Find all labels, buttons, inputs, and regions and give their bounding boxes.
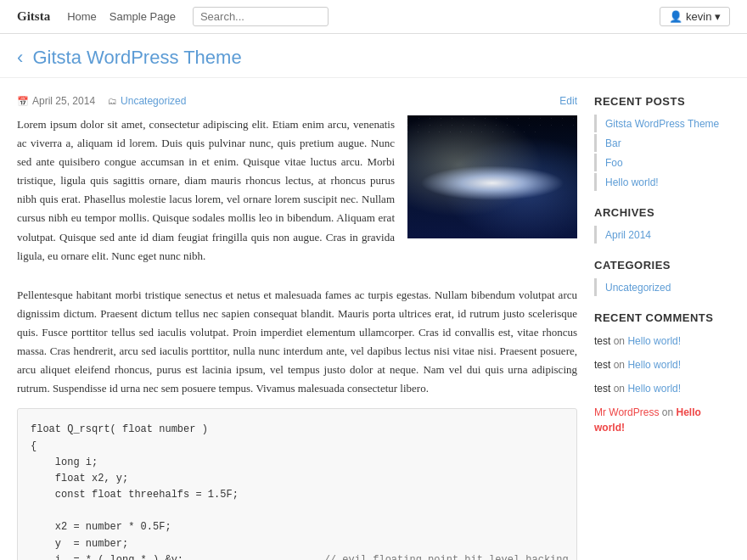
user-menu-button[interactable]: 👤 kevin ▾	[660, 7, 730, 26]
list-item: April 2014	[594, 226, 730, 244]
list-item: Foo	[594, 154, 730, 171]
intro-paragraph: Lorem ipsum dolor sit amet, consectetur …	[17, 115, 395, 266]
user-label: kevin	[686, 10, 711, 23]
code-line-5	[31, 503, 564, 519]
comment-post-link-1[interactable]: Hello world!	[627, 359, 681, 371]
category-link-0[interactable]: Uncategorized	[605, 282, 671, 294]
site-wrapper: ‹ Gitsta WordPress Theme 📅 April 25, 201…	[0, 34, 747, 560]
navbar-brand[interactable]: Gitsta	[17, 9, 50, 24]
on-text-0: on	[614, 335, 628, 347]
code-line-1: {	[31, 439, 564, 455]
sidebar-categories: CATEGORIES Uncategorized	[594, 259, 730, 296]
code-line-8: i = * ( long * ) &y; // evil floating po…	[31, 552, 564, 560]
comments-heading: RECENT COMMENTS	[594, 311, 730, 324]
post-meta-left: 📅 April 25, 2014 🗂 Uncategorized	[17, 95, 186, 107]
navbar: Gitsta Home Sample Page 👤 kevin ▾	[0, 0, 747, 34]
site-title: ‹ Gitsta WordPress Theme	[17, 47, 730, 69]
list-item: Uncategorized	[594, 278, 730, 296]
post-category: 🗂 Uncategorized	[108, 95, 186, 107]
post-image	[407, 115, 577, 238]
second-paragraph: Pellentesque habitant morbi tristique se…	[17, 286, 577, 399]
back-arrow-icon: ‹	[17, 47, 23, 68]
recent-post-link-2[interactable]: Foo	[605, 157, 623, 169]
list-item: Gitsta WordPress Theme	[594, 115, 730, 132]
galaxy-image	[407, 115, 577, 238]
list-item: Bar	[594, 134, 730, 152]
categories-heading: CATEGORIES	[594, 259, 730, 272]
sidebar-recent-posts: RECENT POSTS Gitsta WordPress Theme Bar …	[594, 95, 730, 191]
list-item: Mr WordPress on Hello world!	[594, 402, 730, 438]
recent-posts-heading: RECENT POSTS	[594, 95, 730, 108]
commenter-2: test	[594, 383, 610, 395]
on-text-2: on	[614, 383, 628, 395]
sidebar-recent-comments: RECENT COMMENTS test on Hello world! tes…	[594, 311, 730, 438]
list-item: test on Hello world!	[594, 355, 730, 375]
navbar-search-container	[193, 7, 329, 26]
user-icon: 👤	[669, 10, 686, 23]
post-body: Lorem ipsum dolor sit amet, consectetur …	[17, 115, 577, 560]
content-area: 📅 April 25, 2014 🗂 Uncategorized Edit Lo…	[0, 78, 747, 560]
search-input[interactable]	[193, 7, 329, 26]
list-item: Hello world!	[594, 173, 730, 191]
archive-link-0[interactable]: April 2014	[605, 229, 651, 241]
site-title-bar: ‹ Gitsta WordPress Theme	[0, 34, 747, 78]
navbar-links: Home Sample Page	[67, 10, 176, 23]
folder-icon: 🗂	[108, 96, 117, 106]
on-text-3: on	[662, 406, 677, 418]
list-item: test on Hello world!	[594, 378, 730, 399]
categories-list: Uncategorized	[594, 278, 730, 296]
recent-post-link-3[interactable]: Hello world!	[605, 176, 659, 188]
code-line-4: const float threehalfs = 1.5F;	[31, 487, 564, 503]
commenter-1: test	[594, 359, 610, 371]
commenter-3: Mr WordPress	[594, 406, 659, 418]
code-line-7: y = number;	[31, 536, 564, 552]
comment-post-link-2[interactable]: Hello world!	[627, 383, 681, 395]
commenter-0: test	[594, 335, 610, 347]
code-line-0: float Q_rsqrt( float number )	[31, 422, 564, 438]
code-line-2: long i;	[31, 455, 564, 471]
archives-heading: ARCHIVES	[594, 206, 730, 219]
code-block: float Q_rsqrt( float number ) { long i; …	[17, 408, 577, 560]
nav-home[interactable]: Home	[67, 10, 97, 23]
list-item: test on Hello world!	[594, 331, 730, 351]
recent-post-link-1[interactable]: Bar	[605, 137, 621, 149]
archives-list: April 2014	[594, 226, 730, 244]
calendar-icon: 📅	[17, 96, 29, 107]
recent-posts-list: Gitsta WordPress Theme Bar Foo Hello wor…	[594, 115, 730, 191]
edit-post-link[interactable]: Edit	[559, 95, 577, 107]
main-content: 📅 April 25, 2014 🗂 Uncategorized Edit Lo…	[17, 95, 577, 560]
nav-sample[interactable]: Sample Page	[110, 10, 176, 23]
sidebar-archives: ARCHIVES April 2014	[594, 206, 730, 244]
comment-post-link-0[interactable]: Hello world!	[627, 335, 681, 347]
intro-block: Lorem ipsum dolor sit amet, consectetur …	[17, 115, 577, 276]
comments-list: test on Hello world! test on Hello world…	[594, 331, 730, 438]
category-link[interactable]: Uncategorized	[121, 95, 186, 107]
code-line-6: x2 = number * 0.5F;	[31, 519, 564, 535]
sidebar: RECENT POSTS Gitsta WordPress Theme Bar …	[594, 95, 730, 560]
recent-post-link-0[interactable]: Gitsta WordPress Theme	[605, 118, 719, 130]
code-line-3: float x2, y;	[31, 471, 564, 487]
post-meta: 📅 April 25, 2014 🗂 Uncategorized Edit	[17, 95, 577, 107]
on-text-1: on	[614, 359, 628, 371]
post-date: 📅 April 25, 2014	[17, 95, 95, 107]
